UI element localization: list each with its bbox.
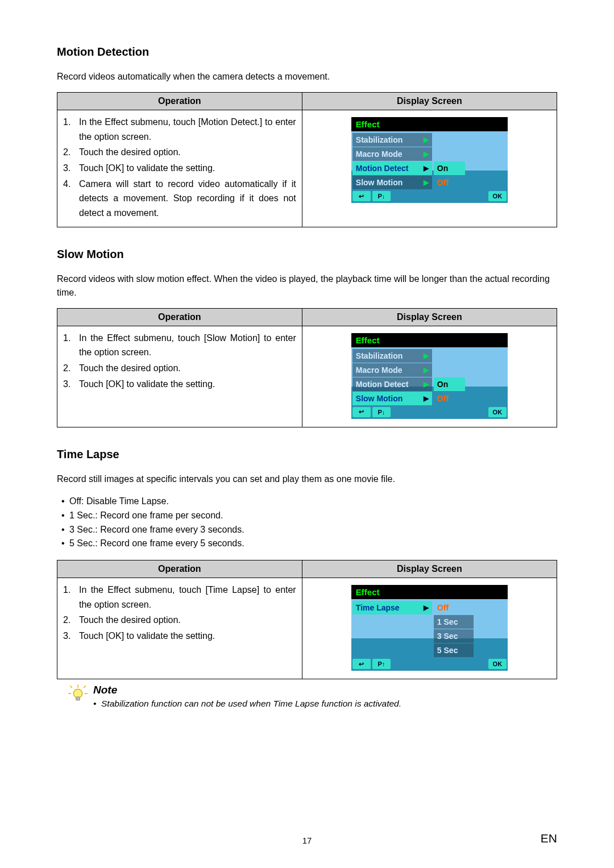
screen-header: Effect (351, 333, 508, 347)
menu-value[interactable]: On (434, 161, 465, 175)
menu-row[interactable]: Macro Mode▶ (352, 363, 507, 377)
col-operation: Operation (57, 308, 302, 326)
menu-value[interactable]: Off (434, 392, 465, 405)
menu-label[interactable]: Slow Motion▶ (352, 392, 432, 405)
svg-line-3 (70, 686, 72, 687)
menu-row[interactable]: Motion Detect▶On (352, 377, 507, 391)
menu-label[interactable]: Slow Motion▶ (352, 176, 432, 189)
chevron-right-icon: ▶ (424, 352, 429, 360)
screen-body: Stabilization▶Macro Mode▶Motion Detect▶O… (351, 347, 508, 419)
menu-value[interactable]: On (434, 377, 465, 391)
scroll-button[interactable]: P↓ (372, 407, 391, 417)
steps-list: 1.In the Effect submenu, touch [Slow Mot… (63, 331, 296, 391)
step-item: 1.In the Effect submenu, touch [Motion D… (63, 115, 296, 144)
ok-button[interactable]: OK (488, 407, 507, 417)
menu-row[interactable]: Macro Mode▶ (352, 147, 507, 161)
bullet-list: Off: Disable Time Lapse.1 Sec.: Record o… (57, 495, 557, 551)
note-title: Note (93, 684, 401, 696)
menu-label[interactable]: Time Lapse▶ (352, 601, 432, 614)
screen-body: Time Lapse▶Off1 Sec3 Sec5 Sec↩P↑OK (351, 599, 508, 671)
screen-header: Effect (351, 117, 508, 131)
screen-footer: ↩P↑OK (351, 658, 508, 671)
menu-row[interactable]: Stabilization▶ (352, 349, 507, 363)
step-item: 2.Touch the desired option. (63, 145, 296, 160)
operation-cell: 1.In the Effect submenu, touch [Time Lap… (57, 578, 302, 679)
section-title: Time Lapse (57, 448, 557, 461)
screen-footer: ↩P↓OK (351, 190, 508, 203)
step-item: 3.Touch [OK] to validate the setting. (63, 377, 296, 392)
col-operation: Operation (57, 560, 302, 578)
page-number: 17 (57, 836, 557, 845)
col-display: Display Screen (302, 308, 557, 326)
step-item: 3.Touch [OK] to validate the setting. (63, 161, 296, 176)
col-display: Display Screen (302, 93, 557, 110)
operation-table: OperationDisplay Screen1.In the Effect s… (57, 560, 557, 679)
section-title: Slow Motion (57, 248, 557, 261)
menu-label[interactable]: Motion Detect▶ (352, 161, 432, 175)
menu-row[interactable]: 3 Sec (352, 629, 507, 643)
menu-row[interactable]: Slow Motion▶Off (352, 392, 507, 405)
section-slow: Slow MotionRecord videos with slow motio… (57, 248, 557, 427)
chevron-right-icon: ▶ (424, 136, 429, 144)
note-block: Note Stabilization function can not be u… (68, 684, 557, 709)
menu-value[interactable]: Off (434, 601, 465, 614)
chevron-right-icon: ▶ (424, 366, 429, 374)
menu-value[interactable]: Off (434, 176, 465, 189)
back-button[interactable]: ↩ (352, 659, 371, 669)
menu-label[interactable]: Macro Mode▶ (352, 147, 432, 161)
display-cell: EffectStabilization▶Macro Mode▶Motion De… (302, 326, 557, 427)
menu-row[interactable]: 1 Sec (352, 615, 507, 629)
back-button[interactable]: ↩ (352, 191, 371, 201)
menu-row[interactable]: Stabilization▶ (352, 133, 507, 147)
scroll-button[interactable]: P↓ (372, 191, 391, 201)
display-screen: EffectTime Lapse▶Off1 Sec3 Sec5 Sec↩P↑OK (351, 585, 508, 671)
bullet-item: Off: Disable Time Lapse. (69, 495, 557, 509)
note-content: Note Stabilization function can not be u… (93, 684, 401, 709)
menu-label[interactable]: Stabilization▶ (352, 349, 432, 363)
page-language: EN (541, 832, 557, 845)
sections-container: Motion DetectionRecord videos automatica… (57, 45, 557, 679)
bullet-item: 3 Sec.: Record one frame every 3 seconds… (69, 523, 557, 537)
operation-table: OperationDisplay Screen1.In the Effect s… (57, 308, 557, 427)
chevron-right-icon: ▶ (424, 164, 429, 172)
chevron-right-icon: ▶ (424, 604, 429, 612)
section-intro: Record still images at specific interval… (57, 472, 557, 485)
col-operation: Operation (57, 93, 302, 110)
section-timelapse: Time LapseRecord still images at specifi… (57, 448, 557, 679)
step-item: 1.In the Effect submenu, touch [Slow Mot… (63, 331, 296, 360)
menu-row[interactable]: Slow Motion▶Off (352, 176, 507, 189)
display-screen: EffectStabilization▶Macro Mode▶Motion De… (351, 333, 508, 419)
menu-row[interactable]: Time Lapse▶Off (352, 601, 507, 614)
menu-value[interactable]: 5 Sec (434, 643, 474, 657)
menu-row[interactable]: Motion Detect▶On (352, 161, 507, 175)
menu-label[interactable]: Macro Mode▶ (352, 363, 432, 377)
svg-point-5 (73, 689, 82, 697)
display-cell: EffectStabilization▶Macro Mode▶Motion De… (302, 110, 557, 227)
menu-value[interactable]: 1 Sec (434, 615, 474, 629)
operation-cell: 1.In the Effect submenu, touch [Slow Mot… (57, 326, 302, 427)
bullet-item: 1 Sec.: Record one frame per second. (69, 509, 557, 523)
ok-button[interactable]: OK (488, 191, 507, 201)
step-item: 3.Touch [OK] to validate the setting. (63, 629, 296, 643)
step-item: 1.In the Effect submenu, touch [Time Lap… (63, 583, 296, 612)
menu-value[interactable]: 3 Sec (434, 629, 474, 643)
menu-label[interactable]: Stabilization▶ (352, 133, 432, 147)
section-intro: Record videos with slow motion effect. W… (57, 272, 557, 298)
scroll-button[interactable]: P↑ (372, 659, 391, 669)
display-screen: EffectStabilization▶Macro Mode▶Motion De… (351, 117, 508, 203)
menu-label[interactable]: Motion Detect▶ (352, 377, 432, 391)
section-intro: Record videos automatically when the cam… (57, 70, 557, 83)
lightbulb-icon (68, 684, 88, 703)
menu-row[interactable]: 5 Sec (352, 643, 507, 657)
svg-line-4 (84, 686, 85, 687)
ok-button[interactable]: OK (488, 659, 507, 669)
screen-header: Effect (351, 585, 508, 599)
bullet-item: 5 Sec.: Record one frame every 5 seconds… (69, 537, 557, 551)
back-button[interactable]: ↩ (352, 407, 371, 417)
section-title: Motion Detection (57, 45, 557, 59)
chevron-right-icon: ▶ (424, 394, 429, 402)
steps-list: 1.In the Effect submenu, touch [Motion D… (63, 115, 296, 220)
step-item: 2.Touch the desired option. (63, 613, 296, 628)
page-footer: 17 EN (57, 836, 557, 845)
display-cell: EffectTime Lapse▶Off1 Sec3 Sec5 Sec↩P↑OK (302, 578, 557, 679)
